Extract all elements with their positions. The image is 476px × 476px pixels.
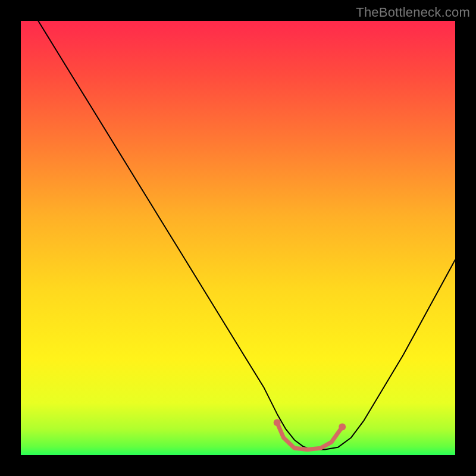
point-optimal-endpoints xyxy=(274,419,281,426)
plot-area xyxy=(21,21,455,455)
series-curve xyxy=(38,21,455,450)
point-optimal-endpoints xyxy=(339,424,346,431)
series-optimal-range xyxy=(277,422,343,449)
watermark-text: TheBottleneck.com xyxy=(356,5,470,20)
chart-svg xyxy=(21,21,455,455)
chart-container: TheBottleneck.com xyxy=(0,0,476,476)
